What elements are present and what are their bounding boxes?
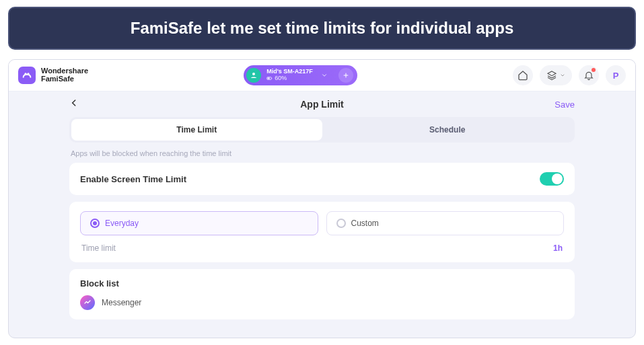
svg-point-2 xyxy=(252,73,255,75)
add-device-button[interactable] xyxy=(338,68,353,83)
svg-rect-4 xyxy=(272,78,273,79)
avatar-letter: P xyxy=(613,71,619,81)
header-center: Mid's SM-A217F 60% xyxy=(88,65,513,85)
title-row: App Limit Save xyxy=(69,91,575,117)
layers-icon xyxy=(546,70,557,81)
schedule-card: Everyday Custom Time limit 1h xyxy=(69,202,575,262)
radio-custom[interactable]: Custom xyxy=(326,211,565,235)
radio-icon xyxy=(90,219,100,228)
profile-button[interactable]: P xyxy=(606,65,626,85)
home-icon xyxy=(517,70,528,81)
home-button[interactable] xyxy=(513,65,533,85)
radio-icon xyxy=(336,219,346,228)
brand-line2: FamiSafe xyxy=(41,75,88,83)
svg-rect-5 xyxy=(268,78,270,79)
blocklist-item-label: Messenger xyxy=(102,298,141,307)
list-item[interactable]: Messenger xyxy=(80,295,564,310)
back-button[interactable] xyxy=(69,98,79,110)
chevron-down-icon xyxy=(560,73,565,78)
save-button[interactable]: Save xyxy=(554,100,575,110)
device-battery: 60% xyxy=(275,75,287,82)
svg-point-0 xyxy=(24,73,26,75)
chevron-down-icon xyxy=(318,69,330,81)
time-limit-value: 1h xyxy=(553,243,563,253)
radio-custom-label: Custom xyxy=(351,219,379,228)
enable-label: Enable Screen Time Limit xyxy=(80,174,540,184)
device-name: Mid's SM-A217F xyxy=(266,69,313,75)
device-avatar-icon xyxy=(246,68,261,83)
battery-icon xyxy=(266,75,273,81)
page-title: App Limit xyxy=(300,99,344,110)
hint-text: Apps will be blocked when reaching the t… xyxy=(69,143,575,163)
blocklist-title: Block list xyxy=(80,278,564,289)
messenger-icon xyxy=(80,295,95,310)
caption-bar: FamiSafe let me set time limits for indi… xyxy=(8,7,636,50)
brand: Wondershare FamiSafe xyxy=(18,67,88,84)
tab-time-limit[interactable]: Time Limit xyxy=(71,119,322,141)
notifications-button[interactable] xyxy=(579,65,599,85)
layers-button[interactable] xyxy=(540,65,572,85)
chevron-left-icon xyxy=(69,98,79,108)
header-right: P xyxy=(513,65,626,85)
enable-card: Enable Screen Time Limit xyxy=(69,163,575,195)
time-limit-row[interactable]: Time limit 1h xyxy=(80,235,564,256)
app-header: Wondershare FamiSafe Mid's SM-A217F 60% xyxy=(9,60,635,91)
frequency-radio-group: Everyday Custom xyxy=(80,211,564,235)
tab-schedule[interactable]: Schedule xyxy=(322,119,573,141)
radio-everyday-label: Everyday xyxy=(105,219,139,228)
tab-group: Time Limit Schedule xyxy=(69,117,575,143)
radio-everyday[interactable]: Everyday xyxy=(80,211,318,235)
device-selector[interactable]: Mid's SM-A217F 60% xyxy=(244,65,357,85)
app-window: Wondershare FamiSafe Mid's SM-A217F 60% xyxy=(8,59,636,338)
blocklist-card: Block list Messenger xyxy=(69,269,575,319)
brand-logo-icon xyxy=(18,67,36,84)
svg-point-1 xyxy=(27,73,29,75)
time-limit-label: Time limit xyxy=(81,243,553,253)
notification-dot-icon xyxy=(592,68,596,72)
app-body: App Limit Save Time Limit Schedule Apps … xyxy=(9,91,635,338)
enable-toggle[interactable] xyxy=(540,172,564,186)
